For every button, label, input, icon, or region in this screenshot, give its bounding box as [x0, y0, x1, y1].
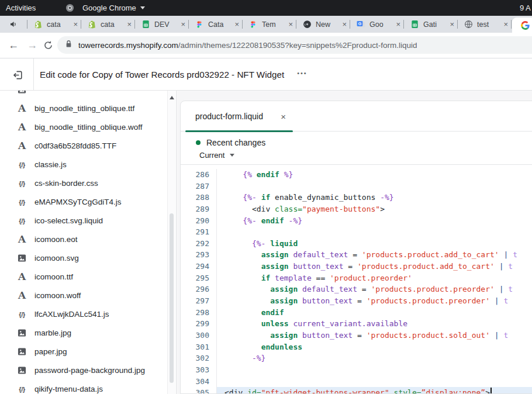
code-line[interactable]: 295 if template == 'product.preorder' [181, 272, 532, 284]
file-list-item[interactable]: Aicomoon.woff [0, 286, 176, 305]
browser-tab[interactable]: GGoo× [350, 16, 404, 33]
file-list-item[interactable]: marble.jpg [0, 324, 176, 343]
file-list-item[interactable]: Abig_noodle_titling_oblique.woff [0, 118, 176, 137]
browser-tab[interactable]: DEV× [135, 16, 189, 33]
svg-text:G: G [358, 22, 361, 26]
tab-close-icon[interactable]: × [73, 20, 78, 29]
browser-tab[interactable]: Gati× [404, 16, 458, 33]
code-line[interactable]: 304 [181, 376, 532, 388]
url-text: towerrecords.myshopify.com/admin/themes/… [78, 41, 417, 50]
file-list-item[interactable] [0, 91, 176, 99]
file-list-item[interactable]: {/}classie.js [0, 155, 176, 174]
file-list-item[interactable]: Aicomoon.eot [0, 230, 176, 249]
code-line[interactable]: 292 {%- liquid [181, 238, 532, 250]
browser-tab-active[interactable] [512, 18, 532, 33]
sidebar-scrollbar[interactable] [167, 91, 175, 394]
code-line-content[interactable]: endif [217, 307, 532, 319]
file-list-item[interactable]: {/}qikify-tmenu-data.js [0, 380, 176, 394]
file-list-item[interactable]: password-page-background.jpg [0, 361, 176, 380]
tab-close-icon[interactable]: × [396, 20, 400, 29]
tab-close-icon[interactable]: × [342, 20, 347, 29]
tab-close-icon[interactable]: × [503, 20, 508, 29]
file-list-item[interactable]: {/}ico-select.svg.liquid [0, 212, 176, 230]
code-line[interactable]: 291 [181, 226, 532, 238]
code-line-content[interactable]: assign button_text = 'products.product.p… [217, 295, 532, 307]
code-line[interactable]: 294 assign button_text = 'products.produ… [181, 261, 532, 272]
file-list-item[interactable]: Abig_noodle_titling_oblique.ttf [0, 99, 176, 118]
code-line-content[interactable]: if template == 'product.preorder' [217, 272, 532, 284]
line-number: 301 [181, 341, 217, 353]
file-list-item[interactable]: icomoon.svg [0, 249, 176, 268]
browser-tab[interactable]: cata× [81, 16, 135, 33]
browser-tab[interactable]: cata× [27, 16, 81, 33]
file-list-item[interactable]: {/}eMAPMXSyTCgGdiT4.js [0, 193, 176, 212]
code-line[interactable]: 302 -%} [181, 352, 532, 364]
code-line-content[interactable] [217, 226, 532, 238]
activities-button[interactable]: Activities [6, 4, 36, 12]
file-list-item[interactable]: {/}cs-skin-border.css [0, 174, 176, 193]
editor-file-tab[interactable]: product-form.liquid × [181, 101, 298, 132]
code-line-content[interactable]: assign button_text = 'products.product.s… [217, 330, 532, 341]
more-actions-button[interactable]: ••• [297, 70, 308, 79]
file-list-item[interactable]: Ac0df3a6b528fdd85.TTF [0, 137, 176, 155]
recent-changes-bar: Recent changes Current [181, 132, 532, 165]
browser-tab[interactable]: New× [296, 16, 350, 33]
code-line[interactable]: 301 endunless [181, 341, 532, 353]
code-line-content[interactable]: assign default_text = 'products.product.… [217, 284, 532, 295]
scroll-up-icon[interactable] [170, 96, 174, 99]
reload-button[interactable] [43, 40, 53, 53]
code-line-content[interactable]: {% endif %} [217, 169, 532, 181]
file-list-item[interactable]: {/}lfcAXLwjkDALc541.js [0, 305, 176, 324]
tab-close-icon[interactable]: × [127, 20, 132, 29]
code-line-content[interactable]: {%- endif -%} [217, 215, 532, 227]
audio-indicator-icon[interactable] [0, 16, 27, 33]
address-bar[interactable]: towerrecords.myshopify.com/admin/themes/… [57, 36, 532, 54]
app-menu[interactable]: Google Chrome [65, 4, 145, 13]
scrollbar-thumb[interactable] [170, 213, 174, 383]
code-line[interactable]: 287 [181, 181, 532, 192]
code-line[interactable]: 299 unless current_variant.available [181, 318, 532, 330]
code-line-content[interactable]: endunless [217, 341, 532, 353]
code-line-content[interactable]: unless current_variant.available [217, 318, 532, 330]
code-line[interactable]: 289 <div class="payment-buttons"> [181, 203, 532, 215]
code-line[interactable]: 288 {%- if enable_dynamic_buttons -%} [181, 192, 532, 203]
file-name: icomoon.ttf [34, 272, 73, 281]
code-line[interactable]: 290 {%- endif -%} [181, 215, 532, 227]
code-line-content[interactable]: <div id="nft-widget-buttons-wrapper" sty… [217, 387, 532, 393]
code-line-content[interactable]: assign button_text = 'products.product.a… [217, 261, 532, 272]
tab-close-icon[interactable]: × [181, 20, 185, 29]
code-line[interactable]: 293 assign default_text = 'products.prod… [181, 249, 532, 261]
forward-button[interactable]: → [27, 33, 37, 58]
code-editor[interactable]: 286 {% endif %}287288 {%- if enable_dyna… [181, 165, 532, 393]
code-line[interactable]: 286 {% endif %} [181, 169, 532, 181]
code-line-content[interactable]: assign default_text = 'products.product.… [217, 249, 532, 261]
tab-close-icon[interactable]: × [450, 20, 454, 29]
code-line[interactable]: 300 assign button_text = 'products.produ… [181, 330, 532, 341]
code-line[interactable]: 303 [181, 364, 532, 376]
lock-icon[interactable] [65, 40, 72, 50]
code-line-content[interactable] [217, 364, 532, 376]
file-name: big_noodle_titling_oblique.woff [34, 123, 142, 132]
browser-tab[interactable]: Cata× [189, 16, 243, 33]
exit-editor-button[interactable] [11, 68, 24, 81]
tab-close-icon[interactable]: × [234, 20, 239, 29]
code-line[interactable]: 297 assign button_text = 'products.produ… [181, 295, 532, 307]
code-line-content[interactable] [217, 181, 532, 192]
browser-tab[interactable]: test× [458, 16, 512, 33]
code-line-content[interactable]: {%- liquid [217, 238, 532, 250]
code-line[interactable]: 296 assign default_text = 'products.prod… [181, 284, 532, 295]
browser-tab[interactable]: Tem× [243, 16, 296, 33]
back-button[interactable]: ← [8, 33, 19, 58]
file-list-item[interactable]: Aicomoon.ttf [0, 268, 176, 286]
code-line-content[interactable]: <div class="payment-buttons"> [217, 203, 532, 215]
browser-tab-label: Goo [369, 20, 394, 29]
code-line[interactable]: 298 endif [181, 307, 532, 319]
tab-close-icon[interactable]: × [288, 20, 293, 29]
code-line-content[interactable]: -%} [217, 352, 532, 364]
file-list-item[interactable]: paper.jpg [0, 343, 176, 361]
version-dropdown[interactable]: Current [199, 151, 532, 160]
code-line-content[interactable]: {%- if enable_dynamic_buttons -%} [217, 192, 532, 203]
file-tab-close-icon[interactable]: × [281, 112, 286, 122]
code-line-content[interactable] [217, 376, 532, 388]
code-line[interactable]: 305<div id="nft-widget-buttons-wrapper" … [181, 387, 532, 393]
